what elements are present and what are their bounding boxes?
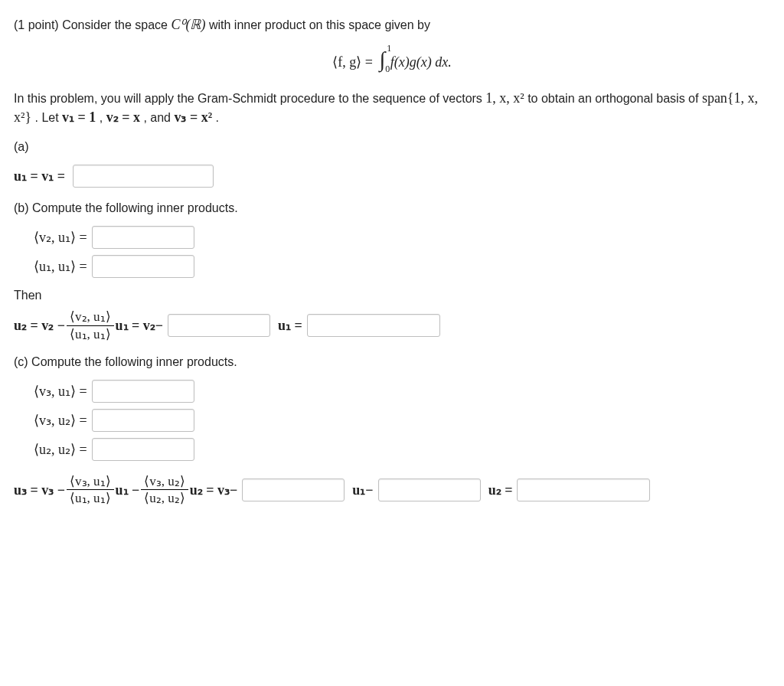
u1-eq-v2-minus: u₁ = v₂−: [116, 317, 164, 334]
period: .: [216, 111, 219, 124]
frac-bar-3: [141, 489, 188, 490]
intro-text-2: with inner product on this space given b…: [209, 18, 430, 31]
input-u3-coef2[interactable]: [378, 479, 481, 501]
input-u2-result[interactable]: [307, 314, 440, 337]
frac-c2-num: ⟨v₃, u₂⟩: [141, 475, 188, 488]
problem-description: In this problem, you will apply the Gram…: [14, 89, 770, 126]
input-v3u2[interactable]: [92, 409, 194, 432]
eq-rhs: f(x)g(x) dx.: [390, 54, 452, 70]
frac-c2-den: ⟨u₂, u₂⟩: [141, 492, 188, 505]
u3-equation-row: u₃ = v₃ − ⟨v₃, u₁⟩ ⟨u₁, u₁⟩ u₁ − ⟨v₃, u₂…: [14, 475, 770, 506]
inner-product-definition: ⟨f, g⟩ = ∫ 1 0 f(x)g(x) dx.: [14, 47, 770, 72]
label-u1u1: ⟨u₁, u₁⟩ =: [34, 258, 87, 275]
input-u3-coef1[interactable]: [242, 479, 345, 501]
v1-def: v₁ = 1: [62, 109, 96, 125]
eq-lhs: ⟨f, g⟩ =: [332, 54, 373, 70]
u2-eq-final: u₂ =: [488, 482, 513, 498]
part-c-label: (c) Compute the following inner products…: [14, 355, 770, 369]
frac-bar-2: [67, 489, 114, 490]
v2-def: v₂ = x: [106, 109, 140, 125]
frac-v2u1-over-u1u1: ⟨v₂, u₁⟩ ⟨u₁, u₁⟩: [67, 310, 114, 341]
part-b-label: (b) Compute the following inner products…: [14, 201, 770, 215]
u1-eq: u₁ =: [278, 317, 302, 334]
mid-u1-minus: u₁ −: [116, 482, 140, 498]
part-c-block: ⟨v₃, u₁⟩ = ⟨v₃, u₂⟩ = ⟨u₂, u₂⟩ =: [34, 380, 770, 461]
input-u2u2[interactable]: [92, 438, 194, 461]
desc-text-2: to obtain an orthogonal basis of: [528, 92, 702, 105]
sequence: 1, x, x²: [485, 90, 524, 106]
label-v3u2: ⟨v₃, u₂⟩ =: [34, 412, 87, 429]
let-text: . Let: [35, 111, 63, 124]
u2-equation-row: u₂ = v₂ − ⟨v₂, u₁⟩ ⟨u₁, u₁⟩ u₁ = v₂− u₁ …: [14, 310, 770, 341]
input-v2u1[interactable]: [92, 226, 194, 249]
u3-lead: u₃ = v₃ −: [14, 482, 65, 498]
frac-v3u1-over-u1u1: ⟨v₃, u₁⟩ ⟨u₁, u₁⟩: [67, 475, 114, 506]
integral-sign: ∫ 1 0: [380, 47, 386, 72]
v3-def: v₃ = x²: [174, 109, 212, 125]
points-label: (1 point): [14, 18, 59, 31]
u1-equals-v1: u₁ = v₁ =: [14, 168, 65, 185]
label-v3u1: ⟨v₃, u₁⟩ =: [34, 383, 87, 400]
u2-lead: u₂ = v₂ −: [14, 317, 65, 334]
label-u2u2: ⟨u₂, u₂⟩ =: [34, 441, 87, 458]
desc-text-1: In this problem, you will apply the Gram…: [14, 92, 485, 105]
integral-lower: 0: [385, 64, 390, 75]
then-label-b: Then: [14, 289, 770, 302]
comma-1: ,: [100, 111, 106, 124]
problem-page: (1 point) Consider the space C⁰(ℝ) with …: [0, 0, 784, 522]
frac-b-num: ⟨v₂, u₁⟩: [67, 310, 114, 324]
input-u1[interactable]: [73, 165, 214, 188]
input-u3-result[interactable]: [517, 479, 650, 501]
frac-c1-den: ⟨u₁, u₁⟩: [67, 492, 114, 505]
part-a-row: u₁ = v₁ =: [14, 165, 770, 188]
part-a-label: (a): [14, 140, 770, 154]
u1-minus: u₁−: [352, 482, 373, 498]
integral-upper: 1: [387, 43, 391, 54]
frac-b-den: ⟨u₁, u₁⟩: [67, 328, 114, 341]
and-text: , and: [143, 111, 174, 124]
frac-v3u2-over-u2u2: ⟨v₃, u₂⟩ ⟨u₂, u₂⟩: [141, 475, 188, 506]
input-v3u1[interactable]: [92, 380, 194, 403]
space-symbol: C⁰(ℝ): [171, 17, 205, 32]
frac-c1-num: ⟨v₃, u₁⟩: [67, 475, 114, 488]
part-b-block: ⟨v₂, u₁⟩ = ⟨u₁, u₁⟩ =: [34, 226, 770, 278]
problem-intro: (1 point) Consider the space C⁰(ℝ) with …: [14, 15, 770, 34]
u2-eq-v3-minus: u₂ = v₃−: [190, 482, 238, 498]
input-u1u1[interactable]: [92, 255, 194, 278]
frac-bar: [67, 325, 114, 326]
label-v2u1: ⟨v₂, u₁⟩ =: [34, 229, 87, 246]
input-u2-coef[interactable]: [168, 314, 270, 337]
intro-text-1: Consider the space: [62, 18, 171, 31]
